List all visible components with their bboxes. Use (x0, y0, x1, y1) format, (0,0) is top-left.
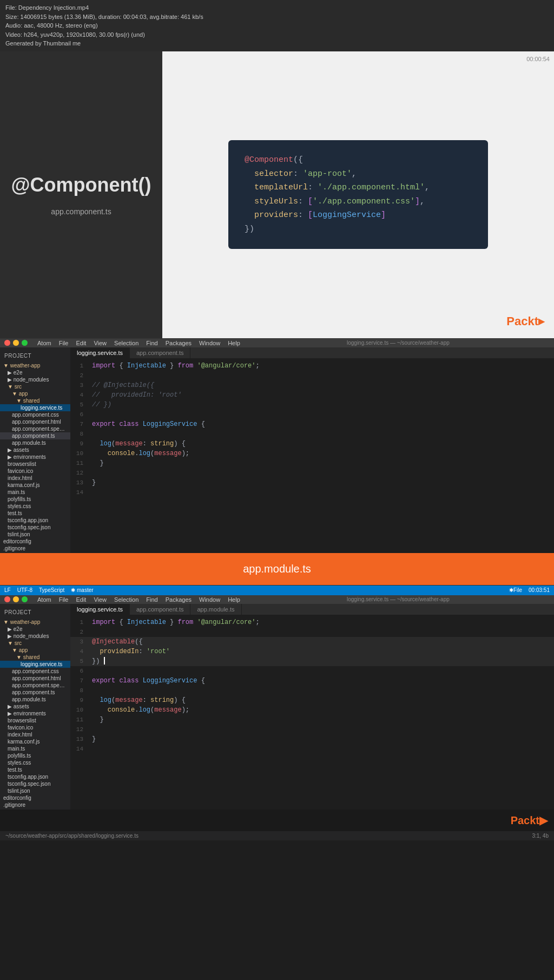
code-line-3: 3 // @Injectable({ (70, 380, 554, 390)
banner-title: app.module.ts (243, 563, 311, 575)
bottom-bar: Packt▶ (0, 810, 554, 831)
menu-find[interactable]: Find (146, 340, 157, 346)
tree-item-environments[interactable]: ▶ environments (0, 453, 70, 461)
tree2-tslint[interactable]: tslint.json (0, 787, 70, 794)
tree-item-angular-json[interactable]: angular.json (0, 552, 70, 553)
menu-edit[interactable]: Edit (76, 340, 86, 346)
tab2-logging-service[interactable]: logging.service.ts (70, 604, 130, 615)
tab-logging-service-1[interactable]: logging.service.ts (70, 347, 130, 358)
tree-item-tsconfig-spec[interactable]: tsconfig.spec.json (0, 524, 70, 531)
tree2-app-component-ts[interactable]: app.component.ts (0, 689, 70, 696)
tree-item-shared[interactable]: ▼ shared (0, 397, 70, 404)
traffic-light-red-1[interactable] (4, 340, 10, 346)
menu2-view[interactable]: View (94, 596, 107, 603)
tree2-editorconfig[interactable]: editorconfig (0, 794, 70, 801)
menu2-atom[interactable]: Atom (37, 596, 51, 603)
packt-logo-2: Packt▶ (511, 814, 548, 827)
tree-item-app-component-html[interactable]: app.component.html (0, 418, 70, 425)
tree2-assets[interactable]: ▶ assets (0, 703, 70, 710)
tree-item-app-component-spec[interactable]: app.component.spec.ts (0, 425, 70, 432)
tree-item-tsconfig-app[interactable]: tsconfig.app.json (0, 517, 70, 524)
tree2-tsconfig-app[interactable]: tsconfig.app.json (0, 773, 70, 780)
tree-item-polyfills[interactable]: polyfills.ts (0, 496, 70, 503)
traffic-light-red-2[interactable] (4, 596, 10, 602)
editor-section-2: LF UTF-8 TypeScript ✱ master ✱File 00:03… (0, 585, 554, 840)
menu-selection[interactable]: Selection (114, 340, 138, 346)
menu-file[interactable]: File (59, 340, 69, 346)
traffic-light-yellow-1[interactable] (13, 340, 19, 346)
tab-app-component-1[interactable]: app.component.ts (130, 347, 190, 358)
tree2-app-component-css[interactable]: app.component.css (0, 668, 70, 675)
status-master: ✱ master (71, 587, 93, 593)
tree-item-main[interactable]: main.ts (0, 489, 70, 496)
tree-item-app-component-ts[interactable]: app.component.ts (0, 432, 70, 439)
tree2-node-modules[interactable]: ▶ node_modules (0, 633, 70, 640)
tree2-main[interactable]: main.ts (0, 745, 70, 752)
tree2-polyfills[interactable]: polyfills.ts (0, 752, 70, 759)
tree-item-weather-app[interactable]: ▼ weather-app (0, 362, 70, 369)
menu-packages[interactable]: Packages (166, 340, 192, 346)
tree2-styles[interactable]: styles.css (0, 759, 70, 766)
tree2-shared[interactable]: ▼ shared (0, 654, 70, 661)
tree-item-test[interactable]: test.ts (0, 510, 70, 517)
tree-item-app-component-css[interactable]: app.component.css (0, 411, 70, 418)
tree-item-logging-service[interactable]: logging.service.ts (0, 404, 70, 411)
tree2-weather-app[interactable]: ▼ weather-app (0, 619, 70, 626)
tree2-src[interactable]: ▼ src (0, 640, 70, 647)
tree-item-tslint[interactable]: tslint.json (0, 531, 70, 538)
tree2-logging-service[interactable]: logging.service.ts (0, 661, 70, 668)
code-line-styleurls: styleUrls: ['./app.component.css'], (245, 195, 472, 209)
tree2-app-component-html[interactable]: app.component.html (0, 675, 70, 682)
menu-help[interactable]: Help (228, 340, 240, 346)
traffic-lights-1 (4, 340, 28, 346)
editor-tabs-1: logging.service.ts app.component.ts (70, 347, 554, 359)
status-left: LF UTF-8 TypeScript ✱ master (4, 587, 94, 593)
menu2-file[interactable]: File (59, 596, 69, 603)
code-line-8: 8 (70, 429, 554, 439)
menu-window[interactable]: Window (199, 340, 220, 346)
status-typescript: TypeScript (39, 587, 64, 593)
traffic-light-yellow-2[interactable] (13, 596, 19, 602)
menu2-find[interactable]: Find (146, 596, 157, 603)
traffic-light-green-1[interactable] (22, 340, 28, 346)
menu2-packages[interactable]: Packages (166, 596, 192, 603)
menu2-help[interactable]: Help (228, 596, 240, 603)
tree2-index[interactable]: index.html (0, 731, 70, 738)
menu2-selection[interactable]: Selection (114, 596, 138, 603)
tree-item-index[interactable]: index.html (0, 475, 70, 482)
tree-item-styles[interactable]: styles.css (0, 503, 70, 510)
tree2-tsconfig-spec[interactable]: tsconfig.spec.json (0, 780, 70, 787)
status-right: ✱File 00:03:51 (509, 587, 550, 593)
tree2-karma[interactable]: karma.conf.js (0, 738, 70, 745)
menu-atom[interactable]: Atom (37, 340, 51, 346)
menu-view[interactable]: View (94, 340, 107, 346)
tree2-environments[interactable]: ▶ environments (0, 710, 70, 717)
tree-item-app-module[interactable]: app.module.ts (0, 439, 70, 446)
code2-line-5: 5 }) (70, 656, 554, 666)
tree-item-karma[interactable]: karma.conf.js (0, 482, 70, 489)
tree-item-gitignore[interactable]: .gitignore (0, 545, 70, 552)
tab2-app-component[interactable]: app.component.ts (130, 604, 190, 615)
tree2-favicon[interactable]: favicon.ico (0, 724, 70, 731)
tree2-app[interactable]: ▼ app (0, 647, 70, 654)
tab2-app-module[interactable]: app.module.ts (190, 604, 241, 615)
menu2-edit[interactable]: Edit (76, 596, 86, 603)
tree-item-src[interactable]: ▼ src (0, 383, 70, 390)
tree-item-browserslist[interactable]: browserslist (0, 461, 70, 468)
tree2-browserslist[interactable]: browserslist (0, 717, 70, 724)
traffic-light-green-2[interactable] (22, 596, 28, 602)
tree2-test[interactable]: test.ts (0, 766, 70, 773)
tree2-app-component-spec[interactable]: app.component.spec.ts (0, 682, 70, 689)
tree-item-assets[interactable]: ▶ assets (0, 446, 70, 453)
menu2-window[interactable]: Window (199, 596, 220, 603)
tree2-app-module[interactable]: app.module.ts (0, 696, 70, 703)
code2-line-3: 3 @Injectable({ (70, 637, 554, 647)
tree-item-favicon[interactable]: favicon.ico (0, 468, 70, 475)
code-content-1: 1 import { Injectable } from '@angular/c… (70, 359, 554, 499)
tree-item-e2e[interactable]: ▶ e2e (0, 369, 70, 376)
tree-item-node-modules[interactable]: ▶ node_modules (0, 376, 70, 383)
tree-item-app[interactable]: ▼ app (0, 390, 70, 397)
tree-item-editorconfig[interactable]: editorconfig (0, 538, 70, 545)
tree2-gitignore[interactable]: .gitignore (0, 801, 70, 808)
tree2-e2e[interactable]: ▶ e2e (0, 626, 70, 633)
